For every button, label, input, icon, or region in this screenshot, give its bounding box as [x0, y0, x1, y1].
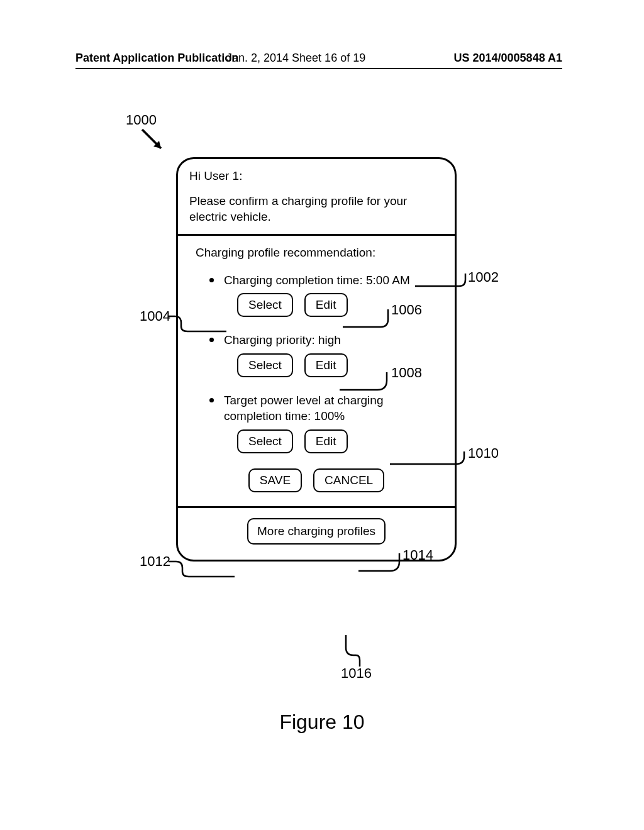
edit-button[interactable]: Edit	[304, 429, 348, 453]
reference-1012: 1012	[140, 553, 170, 570]
item-3-buttons: Select Edit	[189, 429, 443, 453]
item-completion-time-label: Charging completion time: 5:00 AM	[224, 272, 443, 289]
reference-1014: 1014	[402, 547, 433, 563]
header-date-sheet: Jan. 2, 2014 Sheet 16 of 19	[226, 52, 365, 65]
reference-1016: 1016	[341, 665, 372, 682]
prompt-text: Please confirm a charging profile for yo…	[189, 193, 443, 225]
header-pub-number: US 2014/0005848 A1	[454, 52, 562, 65]
edit-button[interactable]: Edit	[304, 293, 348, 317]
item-priority-label: Charging priority: high	[224, 332, 443, 348]
reference-1008: 1008	[391, 365, 422, 381]
reference-1004: 1004	[140, 308, 170, 324]
item-target-power: Target power level at charging completio…	[189, 392, 443, 424]
reference-1006: 1006	[391, 302, 422, 318]
bullet-icon	[209, 398, 214, 402]
reference-1002: 1002	[468, 269, 499, 285]
leader-line	[169, 311, 228, 336]
header-publication: Patent Application Publication	[75, 52, 238, 65]
select-button[interactable]: Select	[237, 293, 293, 317]
select-button[interactable]: Select	[237, 429, 293, 453]
item-completion-time: Charging completion time: 5:00 AM	[189, 272, 443, 289]
reference-1010: 1010	[468, 445, 499, 462]
bullet-icon	[209, 338, 214, 342]
reference-1000: 1000	[126, 112, 157, 128]
greeting-text: Hi User 1:	[189, 168, 443, 184]
cancel-button[interactable]: CANCEL	[313, 468, 384, 492]
item-target-power-label: Target power level at charging completio…	[224, 392, 443, 424]
leader-line	[358, 552, 408, 577]
bullet-icon	[209, 278, 214, 282]
figure-caption: Figure 10	[0, 711, 644, 734]
leader-line	[340, 635, 365, 668]
leader-line	[169, 556, 238, 582]
header-rule	[75, 68, 562, 69]
leader-line	[343, 308, 396, 333]
recommendation-heading: Charging profile recommendation:	[189, 245, 443, 261]
device-frame: Hi User 1: Please confirm a charging pro…	[176, 157, 457, 562]
leader-line	[390, 451, 472, 473]
leader-line	[415, 270, 472, 296]
arrow-icon	[138, 126, 170, 157]
greeting-section: Hi User 1: Please confirm a charging pro…	[178, 159, 455, 234]
more-profiles-button[interactable]: More charging profiles	[247, 518, 386, 545]
select-button[interactable]: Select	[237, 353, 293, 377]
save-button[interactable]: SAVE	[248, 468, 302, 492]
leader-line	[340, 371, 396, 393]
